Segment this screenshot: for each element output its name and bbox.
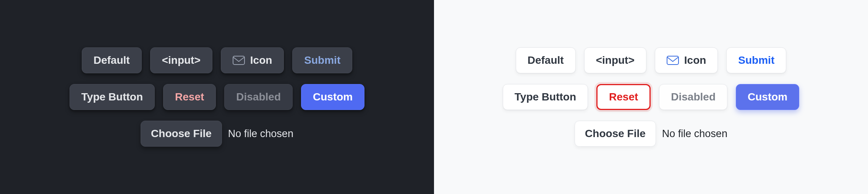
row-1: Default <input> Icon Submit [82,47,352,73]
icon-button[interactable]: Icon [221,47,284,73]
row-2: Type Button Reset Disabled Custom [503,84,799,110]
reset-button[interactable]: Reset [596,84,651,110]
input-button[interactable]: <input> [150,47,212,73]
mail-icon [667,56,679,65]
disabled-button: Disabled [659,84,727,110]
icon-button-label: Icon [684,54,706,66]
svg-rect-0 [233,56,245,65]
custom-button[interactable]: Custom [736,84,799,110]
file-input-group: Choose File No file chosen [575,121,727,147]
type-button-button[interactable]: Type Button [70,84,155,110]
input-button[interactable]: <input> [584,47,646,73]
file-status-text: No file chosen [662,128,727,140]
default-button[interactable]: Default [82,47,142,73]
choose-file-button[interactable]: Choose File [141,121,222,147]
row-3: Choose File No file chosen [141,121,293,147]
file-status-text: No file chosen [228,128,293,140]
submit-button[interactable]: Submit [726,47,786,73]
reset-button[interactable]: Reset [163,84,216,110]
type-button-button[interactable]: Type Button [503,84,588,110]
row-2: Type Button Reset Disabled Custom [70,84,364,110]
custom-button[interactable]: Custom [301,84,364,110]
mail-icon [233,56,245,65]
svg-rect-1 [667,56,679,65]
icon-button[interactable]: Icon [655,47,718,73]
row-3: Choose File No file chosen [575,121,727,147]
dark-theme-panel: Default <input> Icon Submit Type Button … [0,0,434,194]
submit-button[interactable]: Submit [292,47,352,73]
default-button[interactable]: Default [516,47,576,73]
file-input-group: Choose File No file chosen [141,121,293,147]
row-1: Default <input> Icon Submit [516,47,786,73]
light-theme-panel: Default <input> Icon Submit Type Button … [434,0,868,194]
icon-button-label: Icon [250,54,272,66]
disabled-button: Disabled [224,84,293,110]
choose-file-button[interactable]: Choose File [575,121,656,147]
